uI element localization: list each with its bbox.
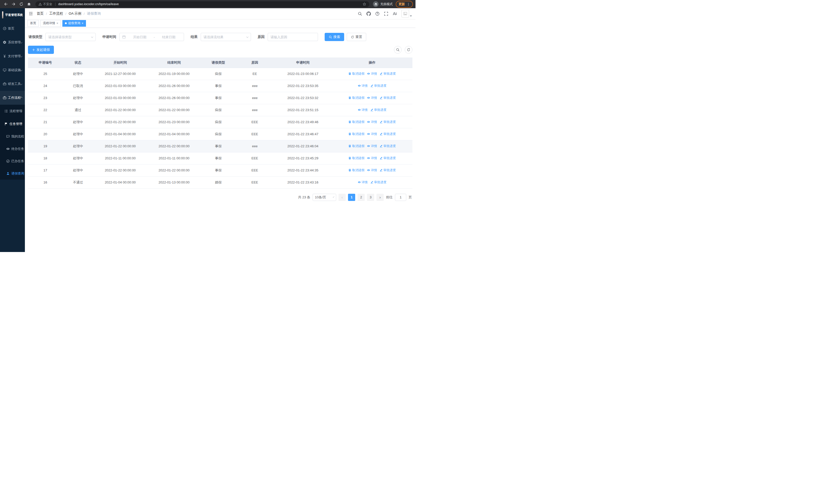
table-row[interactable]: 18处理中2022-01-11 00:00:002022-01-11 00:00… <box>28 152 412 164</box>
table-row[interactable]: 20处理中2022-01-04 00:00:002022-01-04 00:00… <box>28 128 412 140</box>
sidebar-item-home[interactable]: 首页 <box>0 22 25 35</box>
prev-page-button[interactable]: ‹ <box>339 194 346 201</box>
close-icon[interactable] <box>82 22 83 25</box>
browser-reload-button[interactable] <box>18 1 25 7</box>
table-row[interactable]: 23处理中2022-01-03 00:00:002022-01-26 00:00… <box>28 92 412 104</box>
action-cancel-link[interactable]: 取消请假 <box>348 71 365 76</box>
sidebar-item-devtools[interactable]: 研发工具 <box>0 77 25 91</box>
table-row[interactable]: 16不通过2022-01-04 00:00:002022-01-13 00:00… <box>28 176 412 188</box>
action-detail-link[interactable]: 详情 <box>367 144 377 148</box>
kebab-menu-icon[interactable] <box>407 3 410 6</box>
close-icon[interactable] <box>56 22 58 25</box>
sidebar-item-infra[interactable]: 基础设施 <box>0 63 25 77</box>
browser-home-button[interactable] <box>26 1 32 7</box>
tab-home[interactable]: 首页 <box>27 20 39 27</box>
sidebar-item-done-tasks[interactable]: 已办任务 <box>0 155 25 167</box>
action-progress-link[interactable]: 审批进度 <box>379 144 396 148</box>
breadcrumb-workflow[interactable]: 工作流程 <box>49 11 63 16</box>
browser-back-button[interactable] <box>3 1 9 7</box>
action-progress-link[interactable]: 审批进度 <box>379 71 396 76</box>
action-detail-link[interactable]: 详情 <box>367 120 377 124</box>
broken-image-icon <box>403 11 407 16</box>
fullscreen-icon[interactable] <box>384 11 388 16</box>
leave-type-select-input[interactable] <box>48 35 90 39</box>
toggle-search-button[interactable] <box>394 46 402 54</box>
sidebar-item-process-manage[interactable]: 流程管理 <box>0 105 25 118</box>
action-cancel-link[interactable]: 取消请假 <box>348 132 365 136</box>
sidebar-item-workflow[interactable]: 工作流程 <box>0 91 25 105</box>
action-progress-link[interactable]: 审批进度 <box>370 180 386 184</box>
avatar[interactable] <box>401 10 409 18</box>
github-icon[interactable] <box>367 11 371 16</box>
page-button-1[interactable]: 1 <box>348 194 355 201</box>
action-detail-link[interactable]: 详情 <box>367 168 377 173</box>
browser-update-menu[interactable]: 更新 <box>396 1 413 8</box>
user-menu[interactable] <box>401 10 412 18</box>
page-size-select[interactable] <box>313 194 336 201</box>
reset-button[interactable]: 重置 <box>347 33 366 41</box>
table-row[interactable]: 24已取消2022-01-03 00:00:002022-01-26 00:00… <box>28 80 412 92</box>
table-row[interactable]: 25处理中2021-12-27 00:00:002022-01-19 00:00… <box>28 68 412 80</box>
action-progress-link[interactable]: 审批进度 <box>379 96 396 100</box>
reason-input[interactable] <box>270 35 315 39</box>
action-cancel-link[interactable]: 取消请假 <box>348 156 365 160</box>
action-progress-link[interactable]: 审批进度 <box>370 108 386 112</box>
action-cancel-link[interactable]: 取消请假 <box>348 144 365 148</box>
next-page-button[interactable]: › <box>376 194 384 201</box>
action-cancel-link[interactable]: 取消请假 <box>348 96 365 100</box>
apply-time-range-picker[interactable]: - <box>119 33 184 41</box>
app-logo[interactable]: 芋道管理系统 <box>0 8 25 22</box>
browser-forward-button[interactable] <box>10 1 17 7</box>
incognito-avatar[interactable] <box>373 1 378 7</box>
tab-process-detail[interactable]: 流程详情 <box>40 20 61 27</box>
cell-leave-type: 事假 <box>201 164 236 176</box>
create-leave-button[interactable]: 发起请假 <box>28 46 54 54</box>
goto-page-input[interactable] <box>395 194 406 201</box>
refresh-table-button[interactable] <box>405 46 412 54</box>
start-date-input[interactable] <box>127 35 152 39</box>
breadcrumb-home[interactable]: 首页 <box>37 11 44 16</box>
page-button-2[interactable]: 2 <box>357 194 365 201</box>
sidebar-item-todo-tasks[interactable]: 待办任务 <box>0 143 25 155</box>
action-detail-link[interactable]: 详情 <box>367 96 377 100</box>
sidebar-item-leave-query[interactable]: 请假查询 <box>0 167 25 180</box>
page-size-value[interactable] <box>315 195 332 199</box>
action-detail-link[interactable]: 详情 <box>358 84 368 88</box>
sidebar-item-system[interactable]: 系统管理 <box>0 35 25 49</box>
page-button-3[interactable]: 3 <box>367 194 374 201</box>
action-detail-link[interactable]: 详情 <box>367 132 377 136</box>
table-row[interactable]: 17处理中2022-01-22 00:00:002022-01-22 00:00… <box>28 164 412 176</box>
end-date-input[interactable] <box>156 35 181 39</box>
leave-type-select[interactable] <box>46 33 96 41</box>
action-detail-link[interactable]: 详情 <box>358 108 368 112</box>
bookmark-star-icon[interactable] <box>363 2 366 6</box>
action-cancel-link[interactable]: 取消请假 <box>348 168 365 173</box>
table-row[interactable]: 22通过2022-01-22 00:00:002022-01-22 00:00:… <box>28 104 412 116</box>
address-bar[interactable]: 不安全 dashboard.yudao.iocoder.cn/bpm/oa/le… <box>35 1 369 7</box>
font-size-icon[interactable] <box>393 11 397 16</box>
header-search-icon[interactable] <box>358 11 362 16</box>
action-progress-link[interactable]: 审批进度 <box>379 132 396 136</box>
help-icon[interactable] <box>375 11 379 16</box>
sidebar-collapse-icon[interactable] <box>28 11 33 16</box>
action-progress-link[interactable]: 审批进度 <box>379 120 396 124</box>
result-select-input[interactable] <box>203 35 245 39</box>
action-cancel-link[interactable]: 取消请假 <box>348 120 365 124</box>
action-progress-link[interactable]: 审批进度 <box>370 84 386 88</box>
result-select[interactable] <box>201 33 251 41</box>
table-row[interactable]: 21处理中2022-01-22 00:00:002022-01-23 00:00… <box>28 116 412 128</box>
action-detail-link[interactable]: 详情 <box>367 156 377 160</box>
table-row[interactable]: 19处理中2022-01-22 00:00:002022-01-22 00:00… <box>28 140 412 152</box>
breadcrumb-oa-example[interactable]: OA 示例 <box>69 11 82 16</box>
sidebar-item-my-process[interactable]: 我的流程 <box>0 130 25 143</box>
action-detail-link[interactable]: 详情 <box>358 180 368 184</box>
security-status[interactable]: 不安全 <box>38 2 52 6</box>
action-progress-link[interactable]: 审批进度 <box>379 168 396 173</box>
action-progress-link[interactable]: 审批进度 <box>379 156 396 160</box>
sidebar-item-pay[interactable]: 支付管理 <box>0 49 25 63</box>
action-detail-link[interactable]: 详情 <box>367 71 377 76</box>
sidebar-item-task-manage[interactable]: 任务管理 <box>0 118 25 130</box>
url-text[interactable]: dashboard.yudao.iocoder.cn/bpm/oa/leave <box>58 2 361 6</box>
tab-leave-query[interactable]: 请假查询 <box>62 20 86 27</box>
search-button[interactable]: 搜索 <box>325 33 344 41</box>
